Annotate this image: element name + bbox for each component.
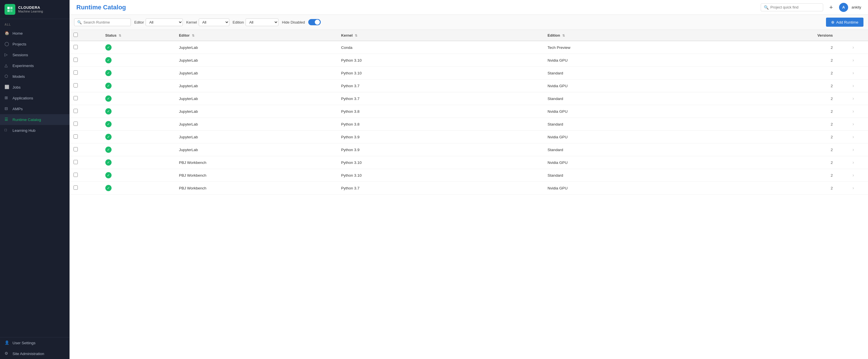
- row-editor: PBJ Workbench: [175, 182, 337, 195]
- row-editor: JupyterLab: [175, 67, 337, 80]
- sidebar-item-user-settings[interactable]: 👤 User Settings: [0, 337, 69, 348]
- table-row: ✓ JupyterLab Python 3.8 Standard 2 ›: [69, 118, 868, 131]
- sidebar-item-amps[interactable]: ⊟ AMPs: [0, 103, 69, 114]
- row-checkbox[interactable]: [73, 83, 78, 88]
- runtime-table-container: Status ⇅ Editor ⇅ Kernel ⇅ Edition ⇅: [69, 30, 868, 359]
- row-editor: JupyterLab: [175, 131, 337, 143]
- row-checkbox[interactable]: [73, 173, 78, 177]
- row-expand-arrow[interactable]: ›: [838, 92, 868, 105]
- row-checkbox-cell: [69, 143, 101, 156]
- row-kernel: Python 3.10: [337, 54, 544, 67]
- row-edition: Nvidia GPU: [544, 80, 750, 92]
- row-status: ✓: [101, 118, 175, 131]
- row-kernel: Python 3.8: [337, 118, 544, 131]
- sidebar-item-runtime-catalog[interactable]: ☰ Runtime Catalog: [0, 114, 69, 125]
- plus-button[interactable]: +: [827, 3, 836, 12]
- project-search-box[interactable]: 🔍: [761, 3, 823, 11]
- sidebar-item-label: Runtime Catalog: [12, 118, 41, 122]
- row-editor: JupyterLab: [175, 41, 337, 54]
- edition-filter-select[interactable]: All Standard Nvidia GPU Tech Preview: [246, 19, 278, 26]
- editor-filter-select[interactable]: All JupyterLab PBJ Workbench: [146, 19, 183, 26]
- user-avatar[interactable]: A: [839, 3, 848, 12]
- sidebar-item-models[interactable]: ⬡ Models: [0, 71, 69, 82]
- row-expand-arrow[interactable]: ›: [838, 156, 868, 169]
- header-editor[interactable]: Editor ⇅: [175, 30, 337, 41]
- sidebar-item-sessions[interactable]: ▷ Sessions: [0, 50, 69, 60]
- row-status: ✓: [101, 156, 175, 169]
- sidebar-item-jobs[interactable]: ⬜ Jobs: [0, 82, 69, 93]
- svg-rect-1: [10, 7, 12, 9]
- row-checkbox[interactable]: [73, 147, 78, 151]
- row-expand-arrow[interactable]: ›: [838, 182, 868, 195]
- edition-sort-icon: ⇅: [562, 34, 565, 37]
- table-row: ✓ JupyterLab Python 3.9 Nvidia GPU 2 ›: [69, 131, 868, 143]
- row-expand-arrow[interactable]: ›: [838, 169, 868, 182]
- sidebar-item-label: AMPs: [12, 107, 23, 111]
- row-edition: Tech Preview: [544, 41, 750, 54]
- row-kernel: Python 3.7: [337, 80, 544, 92]
- sidebar-item-label: Learning Hub: [12, 128, 35, 132]
- header-editor-label: Editor: [179, 33, 190, 37]
- row-edition: Nvidia GPU: [544, 156, 750, 169]
- row-expand-arrow[interactable]: ›: [838, 105, 868, 118]
- row-expand-arrow[interactable]: ›: [838, 143, 868, 156]
- topbar: Runtime Catalog 🔍 + A ankity: [69, 0, 868, 15]
- main-content: Runtime Catalog 🔍 + A ankity 🔍 Editor Al…: [69, 0, 868, 359]
- row-expand-arrow[interactable]: ›: [838, 118, 868, 131]
- row-checkbox[interactable]: [73, 185, 78, 190]
- sidebar-item-label: Home: [12, 31, 23, 35]
- section-label: ALL: [0, 19, 69, 28]
- kernel-filter-select[interactable]: All Conda Python 3.7 Python 3.8 Python 3…: [199, 19, 229, 26]
- status-active-icon: ✓: [105, 172, 112, 178]
- sidebar: CLOUDERA Machine Learning ALL 🏠 Home ◯ P…: [0, 0, 69, 359]
- table-row: ✓ JupyterLab Python 3.9 Standard 2 ›: [69, 143, 868, 156]
- svg-rect-0: [7, 7, 10, 9]
- header-status[interactable]: Status ⇅: [101, 30, 175, 41]
- row-checkbox-cell: [69, 105, 101, 118]
- header-status-label: Status: [105, 33, 117, 37]
- table-header-row: Status ⇅ Editor ⇅ Kernel ⇅ Edition ⇅: [69, 30, 868, 41]
- project-search-input[interactable]: [770, 5, 820, 9]
- table-row: ✓ PBJ Workbench Python 3.10 Nvidia GPU 2…: [69, 156, 868, 169]
- row-expand-arrow[interactable]: ›: [838, 41, 868, 54]
- row-checkbox[interactable]: [73, 45, 78, 49]
- sidebar-item-label: Experiments: [12, 64, 34, 68]
- sidebar-item-experiments[interactable]: △ Experiments: [0, 60, 69, 71]
- sidebar-item-learning-hub[interactable]: □ Learning Hub: [0, 125, 69, 136]
- row-expand-arrow[interactable]: ›: [838, 80, 868, 92]
- row-status: ✓: [101, 105, 175, 118]
- row-checkbox[interactable]: [73, 58, 78, 62]
- row-checkbox[interactable]: [73, 122, 78, 126]
- select-all-checkbox[interactable]: [73, 33, 78, 37]
- sidebar-item-site-administration[interactable]: ⚙ Site Administration: [0, 348, 69, 359]
- row-expand-arrow[interactable]: ›: [838, 131, 868, 143]
- kernel-filter-group: Kernel All Conda Python 3.7 Python 3.8 P…: [186, 19, 229, 26]
- header-edition[interactable]: Edition ⇅: [544, 30, 750, 41]
- logo[interactable]: CLOUDERA Machine Learning: [0, 0, 69, 19]
- svg-rect-2: [7, 10, 10, 12]
- header-kernel[interactable]: Kernel ⇅: [337, 30, 544, 41]
- row-versions: 2: [750, 131, 838, 143]
- sidebar-item-projects[interactable]: ◯ Projects: [0, 39, 69, 50]
- row-expand-arrow[interactable]: ›: [838, 54, 868, 67]
- sidebar-item-applications[interactable]: ⊞ Applications: [0, 93, 69, 103]
- user-icon: 👤: [4, 340, 10, 346]
- row-checkbox[interactable]: [73, 96, 78, 100]
- table-row: ✓ JupyterLab Conda Tech Preview 2 ›: [69, 41, 868, 54]
- row-editor: JupyterLab: [175, 143, 337, 156]
- runtime-search-box[interactable]: 🔍: [74, 19, 131, 26]
- runtime-search-input[interactable]: [84, 20, 128, 24]
- brand-name: CLOUDERA: [18, 5, 43, 10]
- models-icon: ⬡: [4, 74, 10, 79]
- row-expand-arrow[interactable]: ›: [838, 67, 868, 80]
- row-checkbox[interactable]: [73, 134, 78, 139]
- row-checkbox[interactable]: [73, 109, 78, 113]
- table-row: ✓ JupyterLab Python 3.10 Standard 2 ›: [69, 67, 868, 80]
- sidebar-item-home[interactable]: 🏠 Home: [0, 28, 69, 39]
- row-checkbox-cell: [69, 41, 101, 54]
- hide-disabled-toggle[interactable]: [308, 19, 321, 25]
- row-checkbox[interactable]: [73, 160, 78, 164]
- sidebar-item-label: Models: [12, 74, 25, 79]
- add-runtime-button[interactable]: ⊕ Add Runtime: [826, 18, 864, 27]
- row-checkbox[interactable]: [73, 70, 78, 75]
